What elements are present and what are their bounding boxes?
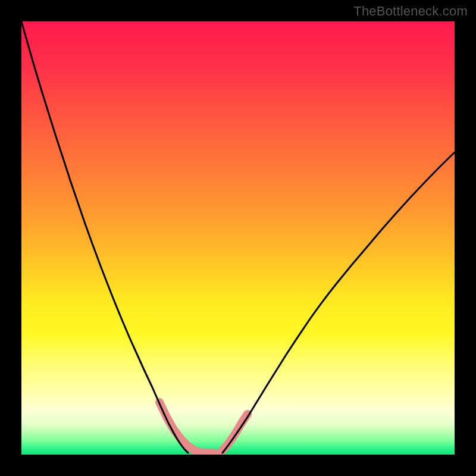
chart-frame: TheBottleneck.com <box>0 0 476 476</box>
bottom-marker-left <box>159 402 213 453</box>
attribution-watermark: TheBottleneck.com <box>353 4 468 19</box>
curve-left-branch <box>21 21 188 453</box>
chart-svg <box>21 21 455 455</box>
plot-area <box>21 21 455 455</box>
bottom-marker-right <box>220 414 248 453</box>
curve-right-branch <box>223 152 455 453</box>
